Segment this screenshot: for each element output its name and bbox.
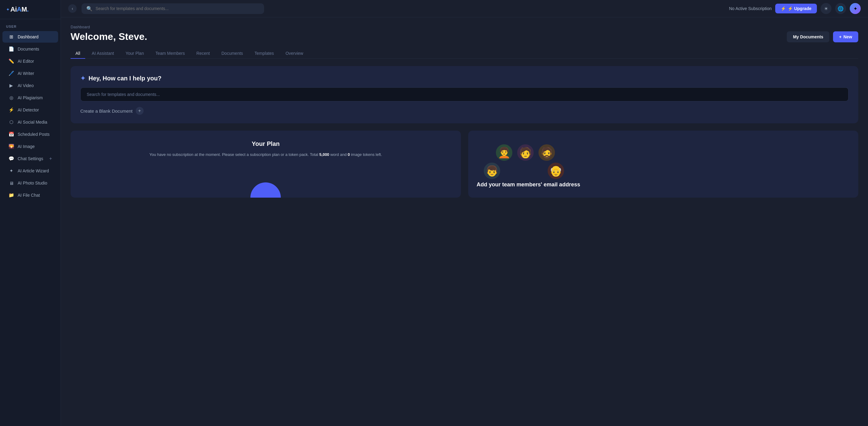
ai-card-title: ✦ Hey, How can I help you? — [80, 75, 848, 82]
team-avatars: 🧑‍🦱 🧑 🧔 👦 👴 — [477, 140, 850, 177]
sidebar-item-ai-video[interactable]: ▶ AI Video — [2, 80, 58, 91]
team-avatar-2: 🧑 — [516, 143, 534, 162]
chat-settings-icon: 💬 — [8, 156, 14, 161]
ai-assistant-card: ✦ Hey, How can I help you? Search for te… — [70, 66, 858, 123]
tab-recent[interactable]: Recent — [191, 49, 215, 59]
my-documents-button[interactable]: My Documents — [787, 31, 829, 42]
sidebar-collapse-button[interactable]: ‹ — [68, 4, 77, 13]
sidebar-item-label: Chat Settings — [18, 156, 43, 161]
team-avatar-4: 👦 — [483, 162, 501, 180]
sidebar-item-label: AI Photo Studio — [18, 180, 47, 186]
sidebar-item-label: AI Article Wizard — [18, 168, 49, 173]
plan-card: Your Plan You have no subscription at th… — [70, 131, 461, 198]
sidebar-item-ai-plagiarism[interactable]: ◎ AI Plagiarism — [2, 92, 58, 104]
no-subscription-label: No Active Subscription — [729, 6, 772, 11]
logo: ✦ AiAM. — [0, 0, 61, 19]
create-blank-document[interactable]: Create a Blank Document + — [80, 107, 848, 115]
main-content: ‹ 🔍 No Active Subscription ⚡ ⚡ Upgrade ☀… — [61, 0, 868, 426]
sidebar-item-label: AI Social Media — [18, 120, 47, 124]
ai-article-wizard-icon: ✦ — [8, 168, 14, 174]
team-avatar-1: 🧑‍🦱 — [495, 143, 513, 162]
sidebar-item-documents[interactable]: 📄 Documents — [2, 43, 58, 55]
sidebar-item-ai-editor[interactable]: ✏️ AI Editor — [2, 55, 58, 67]
page-title: Welcome, Steve. — [70, 31, 147, 42]
logo-text: AiAM. — [10, 5, 29, 13]
scheduled-posts-icon: 📅 — [8, 132, 14, 137]
sidebar-item-label: Dashboard — [18, 34, 39, 39]
plus-icon: + — [839, 34, 841, 39]
new-label: New — [843, 34, 852, 39]
tab-documents[interactable]: Documents — [217, 49, 248, 59]
ai-editor-icon: ✏️ — [8, 58, 14, 64]
tab-your-plan[interactable]: Your Plan — [121, 49, 149, 59]
tab-team-members[interactable]: Team Members — [151, 49, 190, 59]
ai-card-title-text: Hey, How can I help you? — [89, 75, 161, 82]
ai-image-icon: 🌄 — [8, 144, 14, 149]
sidebar-item-ai-article-wizard[interactable]: ✦ AI Article Wizard — [2, 165, 58, 177]
search-input[interactable] — [96, 6, 259, 11]
theme-toggle-button[interactable]: ☀ — [820, 3, 832, 14]
sidebar-item-dashboard[interactable]: ⊞ Dashboard — [2, 31, 58, 42]
header-actions: My Documents + New — [787, 31, 858, 42]
sidebar-item-chat-settings[interactable]: 💬 Chat Settings + — [2, 153, 58, 165]
page-header: Welcome, Steve. My Documents + New — [70, 31, 858, 42]
sidebar-item-label: AI File Chat — [18, 193, 40, 198]
ai-search-input[interactable]: Search for templates and documents... — [80, 87, 848, 102]
breadcrumb: Dashboard — [70, 25, 858, 29]
plan-circle-graphic — [250, 182, 281, 198]
sidebar-item-ai-image[interactable]: 🌄 AI Image — [2, 141, 58, 152]
team-card-title: Add your team members' email address — [477, 181, 850, 188]
upgrade-button[interactable]: ⚡ ⚡ Upgrade — [775, 4, 817, 13]
tab-templates[interactable]: Templates — [250, 49, 279, 59]
sidebar-item-scheduled-posts[interactable]: 📅 Scheduled Posts — [2, 129, 58, 140]
ai-detector-icon: ⚡ — [8, 107, 14, 113]
search-icon: 🔍 — [86, 6, 92, 11]
sidebar-item-label: Scheduled Posts — [18, 132, 50, 137]
bottom-cards: Your Plan You have no subscription at th… — [70, 131, 858, 198]
sidebar-item-ai-file-chat[interactable]: 📁 AI File Chat — [2, 190, 58, 201]
tab-ai-assistant[interactable]: AI Assistant — [87, 49, 119, 59]
ai-photo-studio-icon: 🖥 — [8, 180, 14, 186]
sidebar-item-ai-social-media[interactable]: ⬡ AI Social Media — [2, 116, 58, 128]
documents-icon: 📄 — [8, 46, 14, 52]
sidebar-item-label: Documents — [18, 47, 39, 52]
plan-card-text: You have no subscription at the moment. … — [149, 152, 382, 158]
upgrade-label: ⚡ Upgrade — [788, 6, 811, 11]
sidebar-item-label: AI Editor — [18, 59, 34, 64]
tab-all[interactable]: All — [70, 49, 85, 59]
topbar-right: No Active Subscription ⚡ ⚡ Upgrade ☀ 🌐 ✦ — [729, 3, 861, 14]
sparkle-icon: ✦ — [80, 75, 86, 82]
sidebar: ✦ AiAM. USER ⊞ Dashboard 📄 Documents ✏️ … — [0, 0, 61, 426]
sidebar-item-ai-detector[interactable]: ⚡ AI Detector — [2, 104, 58, 116]
language-button[interactable]: 🌐 — [835, 3, 846, 14]
sidebar-section-label: USER — [0, 19, 61, 31]
sidebar-item-label: AI Detector — [18, 108, 39, 112]
ai-plagiarism-icon: ◎ — [8, 95, 14, 101]
sidebar-item-label: AI Plagiarism — [18, 95, 42, 100]
create-blank-label: Create a Blank Document — [80, 108, 133, 114]
dashboard-icon: ⊞ — [8, 34, 14, 39]
chat-settings-plus-icon[interactable]: + — [49, 156, 52, 161]
sidebar-item-label: AI Image — [18, 144, 35, 149]
tab-overview[interactable]: Overview — [280, 49, 308, 59]
plan-card-title: Your Plan — [252, 140, 280, 147]
sidebar-item-label: AI Video — [18, 83, 34, 88]
sidebar-item-ai-writer[interactable]: 🖊️ AI Writer — [2, 67, 58, 79]
new-button[interactable]: + New — [833, 31, 858, 42]
user-avatar-button[interactable]: ✦ — [850, 3, 861, 14]
topbar-search-bar[interactable]: 🔍 — [82, 3, 264, 14]
sidebar-item-ai-photo-studio[interactable]: 🖥 AI Photo Studio — [2, 177, 58, 189]
logo-star-icon: ✦ — [6, 7, 10, 12]
team-avatar-3: 🧔 — [537, 143, 556, 162]
topbar: ‹ 🔍 No Active Subscription ⚡ ⚡ Upgrade ☀… — [61, 0, 868, 17]
ai-file-chat-icon: 📁 — [8, 193, 14, 198]
ai-social-media-icon: ⬡ — [8, 119, 14, 125]
ai-video-icon: ▶ — [8, 83, 14, 88]
team-card: 🧑‍🦱 🧑 🧔 👦 👴 Add your team members' email… — [468, 131, 859, 198]
create-blank-plus-icon: + — [136, 107, 144, 115]
ai-writer-icon: 🖊️ — [8, 70, 14, 76]
sidebar-item-label: AI Writer — [18, 71, 34, 76]
dashboard-tabs: All AI Assistant Your Plan Team Members … — [70, 49, 858, 59]
team-avatar-5: 👴 — [547, 162, 565, 180]
page-content: Dashboard Welcome, Steve. My Documents +… — [61, 17, 868, 426]
